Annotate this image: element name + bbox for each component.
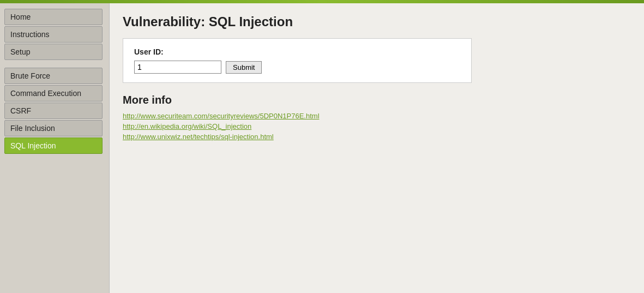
form-row: Submit xyxy=(134,61,460,74)
sidebar-item-sql-injection[interactable]: SQL Injection xyxy=(4,137,103,154)
sidebar-item-instructions[interactable]: Instructions xyxy=(4,26,103,43)
info-link[interactable]: http://en.wikipedia.org/wiki/SQL_injecti… xyxy=(123,122,631,130)
sidebar-item-brute-force[interactable]: Brute Force xyxy=(4,68,103,84)
submit-button[interactable]: Submit xyxy=(226,61,262,74)
form-box: User ID: Submit xyxy=(123,38,472,83)
layout: HomeInstructionsSetupBrute ForceCommand … xyxy=(0,3,644,293)
sidebar-item-home[interactable]: Home xyxy=(4,9,103,25)
more-info-section: More info http://www.securiteam.com/secu… xyxy=(123,94,631,141)
info-link[interactable]: http://www.securiteam.com/securityreview… xyxy=(123,112,631,120)
link-list: http://www.securiteam.com/securityreview… xyxy=(123,112,631,141)
sidebar-item-file-inclusion[interactable]: File Inclusion xyxy=(4,120,103,136)
user-id-label: User ID: xyxy=(134,47,460,56)
main-content: Vulnerability: SQL Injection User ID: Su… xyxy=(109,3,644,293)
sidebar-item-command-execution[interactable]: Command Execution xyxy=(4,85,103,101)
more-info-title: More info xyxy=(123,94,631,106)
sidebar-spacer xyxy=(0,61,109,67)
sidebar: HomeInstructionsSetupBrute ForceCommand … xyxy=(0,3,109,293)
page-title: Vulnerability: SQL Injection xyxy=(123,14,631,29)
user-id-input[interactable] xyxy=(134,61,221,74)
sidebar-item-setup[interactable]: Setup xyxy=(4,44,103,60)
info-link[interactable]: http://www.unixwiz.net/techtips/sql-inje… xyxy=(123,133,631,141)
sidebar-item-csrf[interactable]: CSRF xyxy=(4,103,103,119)
